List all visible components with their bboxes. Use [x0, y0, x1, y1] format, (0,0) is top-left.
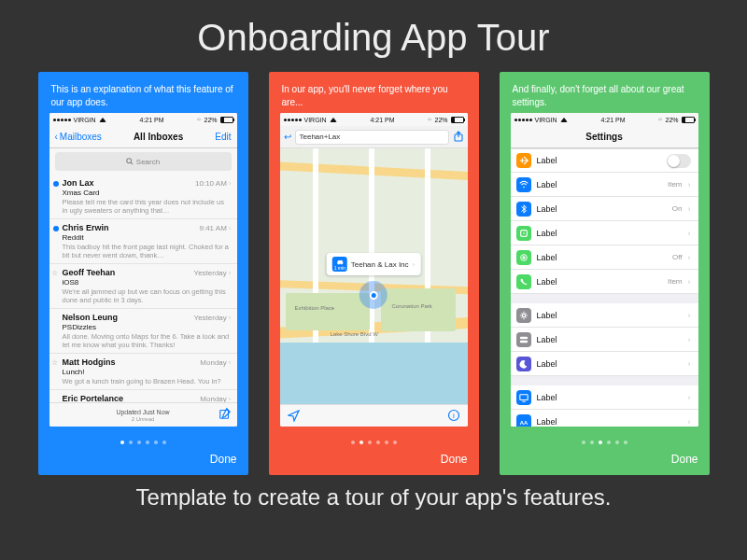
- wifi-icon: [330, 118, 337, 122]
- svg-point-10: [523, 232, 525, 234]
- bluetooth-icon: ⌔: [428, 117, 431, 123]
- compose-button[interactable]: [218, 407, 232, 421]
- status-bar: VIRGIN 4:21 PM ⌔22%: [511, 113, 698, 126]
- settings-navbar: Settings: [511, 126, 698, 148]
- page-title: Onboarding App Tour: [0, 0, 747, 70]
- card-caption: And finally, don't forget all about our …: [511, 81, 698, 113]
- svg-line-1: [131, 162, 133, 164]
- svg-rect-14: [519, 336, 527, 339]
- switches-icon: [516, 332, 531, 347]
- status-bar: VIRGIN 4:21 PM ⌔22%: [280, 113, 468, 126]
- chevron-right-icon: ›: [688, 335, 691, 344]
- svg-text:i: i: [453, 412, 455, 420]
- wifi-icon: [560, 118, 568, 122]
- done-button[interactable]: Done: [441, 453, 468, 466]
- settings-list: LabelLabelItem›LabelOn›Label›LabelOff›La…: [511, 148, 698, 427]
- unread-dot-icon: [53, 181, 59, 187]
- card-caption: This is an explanation of what this feat…: [49, 81, 237, 113]
- mail-row[interactable]: Jon Lax10:10 AM›Xmas CardPlease tell me …: [49, 175, 237, 219]
- cards-row: This is an explanation of what this feat…: [0, 70, 747, 475]
- star-icon: ☆: [51, 269, 58, 277]
- bluetooth-icon: ⌔: [658, 117, 662, 123]
- mail-row[interactable]: ☆Geoff TeehanYesterday›iOS8We're all jam…: [49, 264, 237, 309]
- map-pin[interactable]: 1 min Teehan & Lax Inc ›: [327, 253, 421, 309]
- info-button[interactable]: i: [447, 409, 460, 424]
- phone-icon: [516, 274, 531, 289]
- bluetooth-icon: ⌔: [197, 117, 201, 123]
- settings-row[interactable]: LabelOff›: [511, 245, 698, 270]
- gear-icon: [516, 308, 531, 323]
- settings-row[interactable]: AALabel›: [511, 410, 698, 427]
- svg-point-8: [523, 186, 525, 188]
- edit-button[interactable]: Edit: [215, 132, 231, 142]
- mail-navbar: ‹Mailboxes All Inboxes Edit: [49, 126, 237, 148]
- chevron-right-icon: ›: [688, 417, 691, 427]
- chevron-right-icon: ›: [688, 311, 691, 320]
- cell-icon: [516, 226, 531, 241]
- svg-text:AA: AA: [519, 419, 528, 425]
- settings-row[interactable]: LabelItem›: [511, 173, 698, 197]
- map-callout[interactable]: 1 min Teehan & Lax Inc ›: [327, 253, 421, 275]
- phone-map: VIRGIN 4:21 PM ⌔22% ↩ Teehan+Lax Exhibit…: [280, 113, 468, 427]
- hotspot-icon: [516, 250, 531, 265]
- page-indicator[interactable]: [120, 441, 166, 444]
- chevron-right-icon: ›: [688, 393, 691, 402]
- svg-point-11: [522, 256, 525, 259]
- wifi-icon: [99, 118, 106, 122]
- chevron-right-icon: ›: [688, 253, 691, 262]
- toggle[interactable]: [667, 154, 691, 168]
- map-view[interactable]: Exhibition Place Coronation Park Lake Sh…: [280, 148, 468, 404]
- locate-button[interactable]: [288, 409, 301, 424]
- tour-card-mail[interactable]: This is an explanation of what this feat…: [38, 72, 248, 475]
- phone-mail: VIRGIN 4:21 PM ⌔22% ‹Mailboxes All Inbox…: [49, 113, 237, 427]
- tour-card-settings[interactable]: And finally, don't forget all about our …: [500, 72, 710, 475]
- display-icon: [516, 390, 531, 405]
- map-toolbar: i: [280, 404, 468, 427]
- search-icon: [126, 158, 134, 165]
- share-button[interactable]: [453, 131, 464, 144]
- search-input[interactable]: Search: [55, 152, 232, 171]
- text-icon: AA: [516, 414, 531, 427]
- mail-list: Jon Lax10:10 AM›Xmas CardPlease tell me …: [49, 175, 237, 402]
- map-searchbar: ↩ Teehan+Lax: [280, 126, 468, 148]
- svg-point-0: [127, 159, 132, 163]
- done-button[interactable]: Done: [210, 453, 237, 466]
- page-indicator[interactable]: [582, 441, 627, 444]
- card-caption: In our app, you'll never forget where yo…: [280, 81, 468, 113]
- settings-row[interactable]: Label›: [511, 303, 698, 328]
- settings-row[interactable]: Label›: [511, 328, 698, 352]
- back-button[interactable]: ‹Mailboxes: [55, 132, 102, 142]
- chevron-left-icon: ‹: [55, 132, 58, 142]
- settings-row[interactable]: Label›: [511, 385, 698, 410]
- settings-row[interactable]: Label›: [511, 221, 698, 245]
- chevron-right-icon: ›: [688, 204, 691, 214]
- mail-row[interactable]: ☆Matt HodginsMonday›Lunch!We got a lunch…: [49, 354, 237, 390]
- bluetooth-icon: [516, 202, 531, 217]
- chevron-right-icon: ›: [688, 180, 691, 189]
- svg-rect-16: [519, 394, 527, 399]
- page-indicator[interactable]: [351, 441, 397, 444]
- chevron-right-icon: ›: [688, 277, 691, 287]
- settings-row[interactable]: Label›: [511, 352, 698, 376]
- phone-settings: VIRGIN 4:21 PM ⌔22% Settings LabelLabelI…: [511, 113, 698, 427]
- mail-row[interactable]: Nelson LeungYesterday›PSDizzlesAll done.…: [49, 309, 237, 354]
- settings-row[interactable]: LabelOn›: [511, 197, 698, 221]
- tour-card-map[interactable]: In our app, you'll never forget where yo…: [269, 72, 479, 475]
- settings-row[interactable]: LabelItem›: [511, 270, 698, 294]
- star-icon: ☆: [51, 358, 58, 367]
- chevron-right-icon: ›: [688, 359, 691, 369]
- map-search-input[interactable]: Teehan+Lax: [295, 130, 449, 145]
- location-dot-icon: [359, 281, 388, 309]
- car-icon: 1 min: [332, 257, 347, 272]
- back-icon[interactable]: ↩: [284, 132, 291, 142]
- status-bar: VIRGIN 4:21 PM ⌔22%: [49, 113, 237, 126]
- mail-row[interactable]: Eric PortelanceMonday›: [49, 390, 237, 402]
- mail-row[interactable]: Chris Erwin9:41 AM›RedditThis badboy hit…: [49, 219, 237, 264]
- moon-icon: [516, 357, 531, 371]
- chevron-right-icon: ›: [413, 260, 416, 269]
- wifi-icon: [516, 177, 531, 192]
- done-button[interactable]: Done: [671, 453, 698, 466]
- plane-icon: [516, 153, 531, 168]
- settings-row[interactable]: Label: [511, 148, 698, 173]
- svg-rect-15: [519, 340, 527, 343]
